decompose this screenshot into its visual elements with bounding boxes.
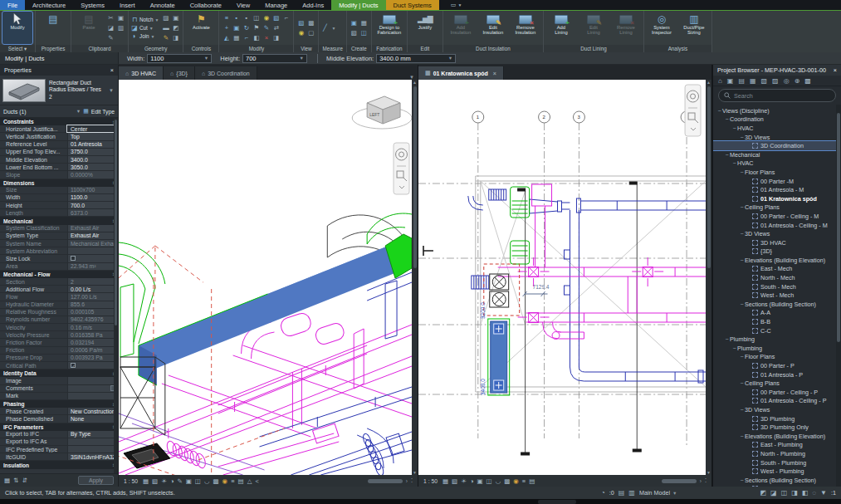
- view-tab-01-kratownica-sp-d[interactable]: ▦01 Kratownica spód×: [418, 66, 504, 80]
- chevron-down-icon[interactable]: ▼: [29, 109, 81, 114]
- search-input[interactable]: Search: [718, 89, 836, 102]
- families-icon[interactable]: ▧: [761, 77, 768, 85]
- detail-level-icon[interactable]: ▦: [143, 477, 149, 485]
- property-row-system-abbreviation[interactable]: System Abbreviation: [0, 247, 118, 255]
- navigation-bar[interactable]: [394, 143, 409, 194]
- property-row-horizontal-justifica-[interactable]: Horizontal Justifica...Center: [0, 125, 118, 133]
- modify-button[interactable]: Modify: [2, 12, 32, 44]
- navigation-bar[interactable]: [685, 85, 701, 136]
- filter-icon[interactable]: ▼: [820, 489, 827, 497]
- split-icon[interactable]: ◧: [252, 33, 261, 42]
- 3d-view-drawing[interactable]: LEFT: [119, 80, 412, 475]
- edit-type-button[interactable]: Edit Type: [91, 109, 115, 115]
- analytical-model-icon[interactable]: △: [247, 477, 252, 485]
- chevron-down-icon[interactable]: ▼: [204, 56, 208, 61]
- bulb-small-icon[interactable]: ◉: [262, 13, 271, 22]
- unlocked-icon[interactable]: ◡: [204, 477, 210, 485]
- worksets-icon[interactable]: ▤: [619, 489, 625, 497]
- shadows-icon[interactable]: ◑: [470, 477, 474, 485]
- tree-item-ceiling-plans[interactable]: −Ceiling Plans: [713, 379, 841, 388]
- ribbon-tab-annotate[interactable]: Annotate: [143, 0, 183, 10]
- property-row-export-to-ifc[interactable]: Export to IFCBy Type: [0, 431, 118, 438]
- add-insulation-button[interactable]: +Add Insulation: [446, 12, 476, 44]
- property-row-phase-created[interactable]: Phase CreatedNew Construction: [0, 408, 118, 415]
- add-lining-button[interactable]: +Add Lining: [546, 12, 576, 44]
- hide-icon[interactable]: ▩: [306, 18, 315, 27]
- property-row-flow[interactable]: Flow127.00 L/s: [0, 293, 118, 301]
- tree-item-plumbing[interactable]: −Plumbing: [713, 335, 841, 344]
- home-icon[interactable]: ⌂: [718, 77, 722, 85]
- show-crop-icon[interactable]: ◫: [195, 477, 201, 485]
- tree-item-3d-views[interactable]: −3D Views: [713, 405, 841, 414]
- tree-expander[interactable]: −: [739, 301, 745, 307]
- ribbon-tab-systems[interactable]: Systems: [73, 0, 112, 10]
- beam-icon[interactable]: ▬: [161, 23, 170, 32]
- align-icon[interactable]: ≡: [222, 13, 231, 22]
- resize-grip[interactable]: ⁚: [411, 477, 413, 484]
- ribbon-tab-collaborate[interactable]: Collaborate: [183, 0, 229, 10]
- width-input[interactable]: 1100▼: [147, 54, 212, 63]
- property-row-reference-level[interactable]: Reference Level01 Antresola: [0, 141, 118, 149]
- tree-item-north-plumbing[interactable]: North - Plumbing: [713, 449, 841, 458]
- links-icon[interactable]: ◎: [784, 77, 790, 85]
- wrench-icon[interactable]: ◨: [171, 33, 180, 42]
- property-row-phase-demolished[interactable]: Phase DemolishedNone: [0, 415, 118, 423]
- remove-lining-button[interactable]: ×Remove Lining: [611, 12, 641, 44]
- expand-icon[interactable]: ⊕: [795, 77, 800, 85]
- tree-item--3d-[interactable]: {3D}: [713, 247, 841, 257]
- vertical-scrollbar[interactable]: ▲▼: [706, 80, 711, 475]
- property-row-friction-factor[interactable]: Friction Factor0.032194: [0, 339, 118, 346]
- cut-button[interactable]: ◪Cut▼: [131, 24, 159, 32]
- tree-item-west-mech[interactable]: West - Mech: [713, 291, 841, 300]
- justify-button[interactable]: ▂▅▇Justify: [410, 12, 440, 44]
- button-button[interactable]: ▤: [38, 12, 68, 44]
- paint-icon[interactable]: ✎: [161, 33, 170, 42]
- property-row-pressure-drop[interactable]: Pressure Drop0.003923 Pa: [0, 355, 118, 362]
- project-browser-scrollbar[interactable]: [836, 105, 841, 487]
- properties-scrollbar[interactable]: [114, 118, 118, 473]
- dim-icon[interactable]: ⌐: [281, 13, 291, 22]
- view-tab-3d-coordination[interactable]: ⌂3D Coordination: [195, 66, 257, 80]
- tree-item-south-plumbing[interactable]: South - Plumbing: [713, 458, 841, 467]
- property-row-size[interactable]: Size1100x700: [0, 187, 118, 194]
- edit-insulation-button[interactable]: ✎Edit Insulation: [478, 12, 508, 44]
- property-row-ifc-predefined-type[interactable]: IFC Predefined Type: [0, 446, 118, 453]
- vertical-scrollbar[interactable]: ▲▼: [412, 80, 418, 475]
- scroll-right-icon[interactable]: ›: [700, 478, 702, 484]
- tree-item-01-antresola-ceiling-m[interactable]: 01 Antresola - Ceiling - M: [713, 221, 841, 230]
- tree-expander[interactable]: −: [739, 231, 745, 237]
- design-options-icon[interactable]: ▥: [628, 489, 635, 497]
- tree-item-3d-plumbing[interactable]: 3D Plumbing: [713, 414, 841, 423]
- tree-item-sections-building-section-[interactable]: −Sections (Building Section): [713, 476, 841, 485]
- part-icon[interactable]: ◫: [359, 28, 369, 37]
- property-row-relative-roughness[interactable]: Relative Roughness0.000105: [0, 309, 118, 316]
- group-icon[interactable]: ▣: [350, 18, 359, 27]
- tree-item-00-parter-p[interactable]: 00 Parter - P: [713, 361, 841, 370]
- middle-elevation-input[interactable]: 3400.0 mm▼: [376, 54, 456, 63]
- ribbon-display-toggle[interactable]: ▭ ▼: [451, 0, 462, 10]
- select-underlay-icon[interactable]: ◪: [770, 489, 777, 497]
- active-design-option[interactable]: Main Model: [639, 489, 670, 497]
- similar-icon[interactable]: ▧: [350, 28, 359, 37]
- ribbon-tab-modify-ducts[interactable]: Modify | Ducts: [331, 0, 385, 10]
- tree-expander[interactable]: −: [739, 354, 745, 360]
- tree-item-b-b-p[interactable]: B-B P: [713, 485, 841, 487]
- property-row-middle-elevation[interactable]: Middle Elevation3400.0: [0, 156, 118, 164]
- type-selector[interactable]: Rectangular Duct Radius Elbows / Tees 2 …: [0, 76, 118, 105]
- dimension-label[interactable]: 7129.4: [533, 284, 550, 290]
- move-icon[interactable]: +: [222, 23, 231, 32]
- ribbon-tab-insert[interactable]: Insert: [112, 0, 143, 10]
- tree-expander[interactable]: −: [739, 433, 745, 439]
- property-row-size-lock[interactable]: Size Lock: [0, 255, 118, 262]
- tree-item-west-plumbing[interactable]: West - Plumbing: [713, 467, 841, 476]
- tree-item-01-kratownica-sp-d[interactable]: 01 Kratownica spód: [713, 194, 841, 203]
- tree-item-north-mech[interactable]: North - Mech: [713, 273, 841, 282]
- tree-item-hvac[interactable]: −HVAC: [713, 124, 841, 133]
- tree-item-east-plumbing[interactable]: East - Plumbing: [713, 441, 841, 450]
- delete-icon[interactable]: ×: [262, 33, 271, 42]
- property-row-ifcguid[interactable]: IfcGUID3SiN1dvnHFnA3ZTS...: [0, 453, 118, 461]
- unlocked-icon[interactable]: ◡: [496, 477, 501, 485]
- tree-item-elevations-building-elevation-[interactable]: −Elevations (Building Elevation): [713, 432, 841, 441]
- offset-icon[interactable]: ⇄: [271, 23, 281, 32]
- properties-section-ifc-parameters[interactable]: IFC Parameters↕: [0, 423, 118, 431]
